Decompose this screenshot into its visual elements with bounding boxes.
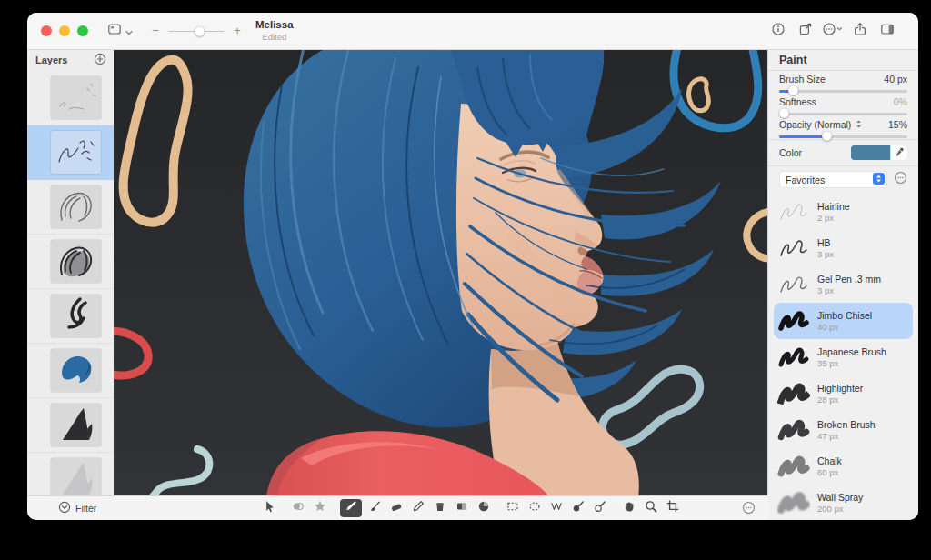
- color-swatch[interactable]: [851, 145, 890, 160]
- control-value: 0%: [894, 96, 907, 107]
- layer-row-7-shape-dark[interactable]: [27, 398, 114, 453]
- eyedropper-button[interactable]: [890, 145, 907, 160]
- view-options-icon: [107, 22, 122, 40]
- control-softness: Softness0%: [768, 94, 918, 116]
- layer-list: [27, 71, 114, 496]
- clone-tool-button[interactable]: [569, 499, 587, 517]
- brush-text: Hairline2 px: [817, 201, 850, 224]
- layer-thumbnail: [51, 131, 101, 174]
- brush-size: 3 px: [817, 285, 881, 296]
- zoom-in-button[interactable]: +: [233, 26, 242, 35]
- fullscreen-window-button[interactable]: [77, 25, 88, 36]
- more-options-button[interactable]: [825, 24, 840, 39]
- brush-item-hb[interactable]: HB3 px: [774, 230, 913, 266]
- brush-item-gel-pen-3-mm[interactable]: Gel Pen .3 mm3 px: [774, 266, 913, 303]
- tool-group: [504, 499, 609, 517]
- retouch-tool-button[interactable]: [591, 499, 609, 517]
- brush-text: Japanese Brush35 px: [817, 346, 886, 369]
- layer-row-2-sketch-hair[interactable]: [27, 125, 114, 180]
- slider-knob[interactable]: [788, 85, 798, 95]
- brush-size: 28 px: [817, 395, 863, 405]
- layer-row-1-sketch-faint[interactable]: [27, 71, 114, 125]
- brush-text: Broken Brush47 px: [817, 419, 876, 442]
- effects-tool-button[interactable]: [311, 499, 329, 517]
- zoom-slider[interactable]: [168, 25, 225, 37]
- tool-strip: [260, 496, 682, 520]
- brush-name: Chalk: [817, 455, 842, 467]
- brush-stroke-preview: [777, 307, 810, 335]
- layer-row-3-hair-line-art[interactable]: [27, 180, 114, 235]
- fill-tool-button[interactable]: [431, 499, 449, 517]
- brush-item-wall-spray[interactable]: Wall Spray200 px: [774, 485, 913, 520]
- brush-collection-value: Favorites: [786, 175, 825, 185]
- brush-size: 3 px: [817, 249, 834, 260]
- pencil-tool-button[interactable]: [409, 499, 427, 517]
- brush-item-broken-brush[interactable]: Broken Brush47 px: [774, 412, 913, 448]
- eraser-tool-button[interactable]: [387, 499, 405, 517]
- brush-collection-select[interactable]: Favorites: [779, 171, 887, 188]
- sidebar-toggle-button[interactable]: [879, 24, 895, 39]
- artwork-canvas[interactable]: [114, 49, 768, 496]
- tool-group: [260, 499, 278, 517]
- softness-slider[interactable]: [779, 108, 907, 118]
- filter-button[interactable]: Filter: [58, 501, 96, 515]
- blend-mode-stepper-icon[interactable]: [854, 119, 862, 130]
- hand-tool-button[interactable]: [620, 499, 638, 517]
- duplicate-button[interactable]: [797, 24, 813, 39]
- select-lasso-tool-button[interactable]: [547, 499, 566, 517]
- layer-row-5-stroke-swirl[interactable]: [27, 289, 114, 344]
- add-layer-button[interactable]: [94, 53, 106, 67]
- opacity-normal-slider[interactable]: [779, 131, 907, 141]
- brush-item-highlighter[interactable]: Highlighter28 px: [774, 375, 913, 412]
- select-ellipse-tool-button[interactable]: [526, 499, 544, 517]
- brush-size: 60 px: [817, 467, 842, 478]
- inspector-header: Paint: [768, 49, 918, 70]
- adjust-tool-button[interactable]: [289, 499, 307, 517]
- gradient-tool-button[interactable]: [453, 499, 471, 517]
- paint-tool-button[interactable]: [340, 499, 362, 517]
- brush-item-hairline[interactable]: Hairline2 px: [774, 194, 913, 230]
- zoom-slider-knob[interactable]: [195, 26, 205, 36]
- view-options-button[interactable]: [107, 22, 133, 40]
- layer-row-8-shape-light[interactable]: [27, 453, 114, 496]
- layer-thumbnail: [51, 404, 101, 446]
- color-well[interactable]: [851, 145, 907, 160]
- brush-text: Jimbo Chisel40 px: [817, 310, 872, 333]
- filter-label: Filter: [75, 503, 96, 514]
- move-tool-button[interactable]: [260, 499, 278, 517]
- layer-row-6-hair-fill-blue[interactable]: [27, 344, 114, 398]
- crop-tool-button[interactable]: [664, 499, 682, 517]
- move-icon: [262, 499, 276, 517]
- select-ellipse-icon: [527, 499, 542, 517]
- info-button[interactable]: [770, 24, 786, 39]
- brush-stroke-preview: [777, 344, 810, 371]
- layer-row-4-hair-dark-art[interactable]: [27, 235, 114, 289]
- brush-item-japanese-brush[interactable]: Japanese Brush35 px: [774, 339, 913, 375]
- hand-icon: [622, 499, 636, 517]
- effects-icon: [313, 499, 327, 517]
- brush-name: Gel Pen .3 mm: [817, 274, 881, 285]
- smudge-icon: [476, 499, 491, 517]
- zoom-tool-button[interactable]: [642, 499, 660, 517]
- brush-item-chalk[interactable]: Chalk60 px: [774, 448, 913, 485]
- layers-panel-title: Layers: [35, 55, 67, 65]
- brush-name: Broken Brush: [817, 419, 876, 431]
- minimize-window-button[interactable]: [59, 25, 70, 36]
- brush-stroke-preview: [777, 453, 810, 480]
- brush-options-button[interactable]: [893, 173, 907, 187]
- brush-name: Japanese Brush: [817, 346, 886, 358]
- brush-tool-button[interactable]: [365, 499, 384, 517]
- zoom-out-button[interactable]: −: [151, 26, 160, 35]
- close-window-button[interactable]: [41, 25, 52, 36]
- slider-knob[interactable]: [779, 108, 789, 118]
- canvas-area[interactable]: [114, 49, 768, 496]
- brush-item-jimbo-chisel[interactable]: Jimbo Chisel40 px: [774, 303, 913, 339]
- titlebar: − + Melissa Edited: [27, 13, 918, 50]
- brush-size-slider[interactable]: [779, 85, 907, 95]
- slider-track: [779, 113, 907, 115]
- share-button[interactable]: [852, 24, 867, 39]
- toolbar-more-button[interactable]: [742, 501, 756, 518]
- smudge-tool-button[interactable]: [475, 499, 493, 517]
- select-rect-tool-button[interactable]: [504, 499, 522, 517]
- slider-knob[interactable]: [822, 131, 832, 141]
